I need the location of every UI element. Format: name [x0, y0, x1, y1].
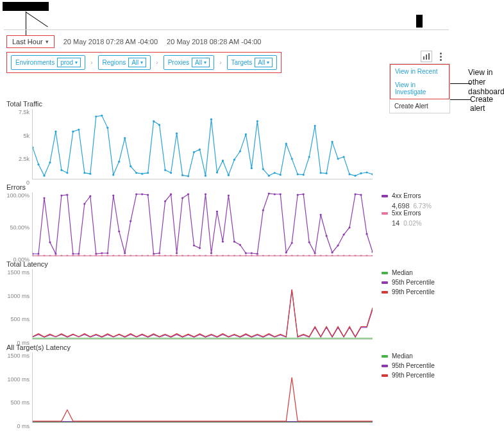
- svg-point-20: [130, 165, 131, 167]
- svg-point-129: [66, 254, 68, 256]
- filter-environments[interactable]: Environmentsprod▾: [11, 55, 85, 70]
- svg-point-37: [228, 174, 230, 176]
- svg-point-182: [371, 254, 373, 256]
- plot-area[interactable]: [32, 109, 373, 179]
- chart-total-latency: Total Latency 1500 ms 1000 ms 500 ms 0 m…: [6, 260, 446, 340]
- filter-targets[interactable]: TargetsAll▾: [227, 55, 278, 70]
- svg-point-57: [342, 156, 344, 158]
- svg-point-97: [228, 194, 230, 196]
- svg-point-121: [365, 233, 367, 235]
- legend-item[interactable]: 5xx Errors: [382, 210, 432, 217]
- time-range-label: Last Hour: [12, 38, 43, 46]
- svg-point-70: [72, 253, 74, 254]
- svg-point-52: [314, 125, 316, 127]
- filter-bar: Environmentsprod▾›RegionsAll▾›ProxiesAll…: [6, 52, 281, 73]
- legend-item[interactable]: Median: [382, 269, 435, 276]
- filter-value: prod▾: [57, 58, 81, 67]
- svg-point-30: [187, 175, 189, 177]
- svg-point-167: [285, 254, 287, 256]
- legend-swatch: [382, 212, 388, 215]
- svg-point-181: [365, 254, 367, 256]
- svg-point-112: [314, 252, 316, 254]
- svg-point-85: [158, 252, 160, 254]
- anno-line3: [448, 83, 471, 84]
- svg-point-110: [303, 193, 305, 195]
- more-actions-button[interactable]: [436, 53, 445, 61]
- anno-line4: [448, 99, 471, 100]
- svg-point-94: [210, 252, 212, 254]
- menu-view-recent[interactable]: View in Recent: [391, 65, 449, 78]
- svg-point-156: [222, 254, 224, 256]
- svg-point-58: [348, 173, 350, 175]
- menu-view-investigate[interactable]: View in Investigate: [391, 78, 449, 99]
- svg-point-149: [181, 254, 183, 256]
- svg-point-170: [303, 254, 305, 256]
- svg-point-157: [228, 254, 230, 256]
- svg-point-166: [280, 254, 281, 256]
- legend-swatch: [382, 374, 388, 377]
- svg-point-60: [360, 172, 362, 174]
- svg-point-107: [285, 251, 287, 253]
- svg-point-15: [101, 115, 103, 117]
- svg-point-73: [89, 195, 91, 197]
- legend-swatch: [382, 291, 388, 294]
- legend: Median95th Percentile99th Percentile: [382, 353, 435, 381]
- svg-point-123: [33, 254, 34, 256]
- svg-point-134: [95, 254, 97, 256]
- chart-view-button[interactable]: [421, 51, 432, 62]
- svg-point-7: [55, 131, 56, 133]
- svg-point-67: [55, 253, 56, 254]
- svg-point-28: [176, 133, 178, 135]
- svg-point-42: [256, 120, 258, 122]
- svg-point-137: [112, 254, 114, 256]
- svg-point-173: [320, 254, 322, 256]
- svg-point-54: [326, 172, 328, 174]
- filter-value: All▾: [192, 58, 210, 67]
- legend-item[interactable]: 99th Percentile: [382, 288, 435, 295]
- svg-point-99: [239, 244, 241, 245]
- legend-item[interactable]: 95th Percentile: [382, 279, 435, 286]
- filter-value: All▾: [255, 58, 273, 67]
- svg-point-120: [360, 194, 362, 195]
- svg-point-117: [342, 233, 344, 235]
- legend-label: 4xx Errors: [392, 192, 421, 199]
- svg-point-10: [72, 131, 74, 133]
- svg-point-145: [158, 254, 160, 256]
- svg-point-63: [33, 253, 34, 254]
- svg-point-98: [233, 240, 235, 242]
- svg-point-74: [95, 253, 97, 254]
- plot-area[interactable]: [32, 192, 373, 256]
- svg-point-56: [337, 158, 339, 160]
- svg-point-68: [60, 194, 62, 196]
- svg-point-141: [135, 254, 137, 256]
- svg-point-115: [332, 251, 333, 253]
- svg-point-88: [176, 252, 178, 254]
- menu-create-alert[interactable]: Create Alert: [390, 99, 449, 113]
- svg-point-132: [83, 254, 85, 256]
- filter-label: Environments: [15, 59, 55, 66]
- svg-point-24: [153, 120, 155, 122]
- filter-regions[interactable]: RegionsAll▾: [98, 55, 151, 70]
- svg-point-177: [342, 254, 344, 256]
- svg-point-144: [153, 254, 155, 256]
- svg-point-22: [141, 173, 143, 175]
- legend-item[interactable]: 99th Percentile: [382, 372, 435, 379]
- svg-point-27: [170, 172, 172, 174]
- plot-area[interactable]: [32, 269, 373, 340]
- legend-item[interactable]: 4xx Errors: [382, 192, 432, 199]
- legend-label: 95th Percentile: [392, 279, 435, 286]
- plot-area[interactable]: [32, 353, 373, 423]
- svg-point-50: [303, 174, 305, 176]
- legend-label: 95th Percentile: [392, 362, 435, 369]
- time-range-selector[interactable]: Last Hour ▾: [6, 35, 55, 48]
- chart-title: Errors: [6, 183, 446, 191]
- legend-item[interactable]: Median: [382, 353, 435, 360]
- chart-title: All Target(s) Latency: [6, 344, 446, 351]
- svg-point-47: [285, 143, 287, 145]
- svg-point-140: [130, 254, 131, 256]
- filter-proxies[interactable]: ProxiesAll▾: [164, 55, 214, 70]
- svg-point-174: [326, 254, 328, 256]
- legend-item[interactable]: 95th Percentile: [382, 362, 435, 369]
- svg-point-143: [147, 254, 149, 256]
- svg-point-43: [262, 168, 264, 170]
